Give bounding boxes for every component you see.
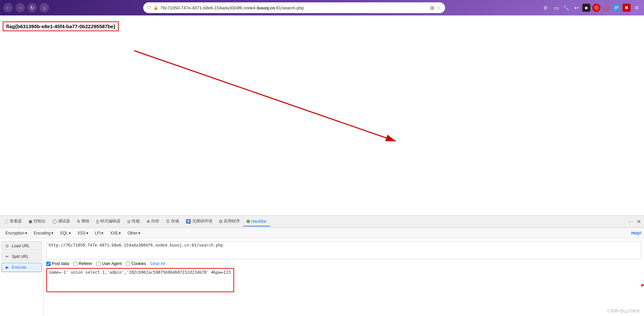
tab-console[interactable]: ▣ 控制台: [25, 216, 49, 227]
devtools-panel: ⬚ 查看器 ▣ 控制台 ◯ 调试器 ⇅ 网络 {} 样式编辑器 ◎ 性能 ⊕ 内…: [0, 215, 644, 316]
avatar-icon[interactable]: ●: [582, 4, 590, 12]
tab-icon[interactable]: ▭: [552, 4, 560, 12]
ext2-icon[interactable]: 🚫: [602, 4, 610, 12]
devtools-close-button[interactable]: ✕: [635, 218, 643, 226]
network-icon: ⇅: [77, 219, 80, 224]
tab-debugger[interactable]: ◯ 调试器: [49, 216, 73, 227]
cookies-checkbox-group[interactable]: Cookies: [126, 261, 146, 266]
encryption-chevron-icon: ▾: [25, 231, 27, 235]
browser-chrome: ← → ↻ ⌂ 🛡 🔒 76c71050-747e-4071-b8e6-154a…: [0, 0, 644, 15]
flag-text: flag{b631390b-e8e1-45f4-ba77-0b22295587b…: [6, 23, 115, 29]
hackbar-active-dot: [247, 220, 250, 223]
execute-icon: ▶: [4, 265, 10, 270]
execute-button[interactable]: ▶ Execute: [1, 263, 42, 272]
tab-application[interactable]: ⊞ 应用程序: [216, 216, 243, 227]
tab-inspector[interactable]: ⬚ 查看器: [1, 216, 25, 227]
lfi-menu[interactable]: LFI ▾: [92, 230, 106, 236]
tab-style-editor[interactable]: {} 样式编辑器: [93, 216, 124, 227]
svg-line-1: [134, 51, 396, 141]
xss-chevron-icon: ▾: [86, 231, 88, 235]
ext4-icon[interactable]: ✖: [623, 4, 631, 12]
memory-icon: ⊕: [147, 219, 150, 224]
encryption-menu[interactable]: Encryption ▾: [3, 230, 30, 236]
other-chevron-icon: ▾: [138, 231, 140, 235]
style-icon: {}: [96, 219, 99, 224]
devtools-more-button[interactable]: ···: [627, 218, 635, 226]
post-data-checkbox-group[interactable]: Post data: [46, 261, 69, 266]
referer-checkbox[interactable]: [73, 262, 77, 266]
address-domain: buuoj.cn: [257, 5, 275, 10]
lock-icon: 🔒: [153, 5, 158, 10]
reload-button[interactable]: ↻: [28, 3, 37, 12]
console-icon: ▣: [29, 219, 32, 224]
postdata-arrow: [641, 275, 644, 295]
forward-button[interactable]: →: [15, 3, 25, 12]
postdata-container: name=-1' union select 1,'admin','202cb96…: [46, 268, 641, 293]
xxe-chevron-icon: ▾: [119, 231, 121, 235]
tab-network[interactable]: ⇅ 网络: [73, 216, 93, 227]
annotation-arrow: [0, 15, 644, 215]
user-agent-checkbox[interactable]: [96, 262, 101, 266]
ext1-icon[interactable]: 🔴: [592, 4, 600, 12]
split-url-button[interactable]: ✂ Split URL: [1, 252, 42, 261]
sql-menu[interactable]: SQL ▾: [57, 230, 73, 236]
sql-chevron-icon: ▾: [69, 231, 71, 235]
url-input[interactable]: http://76c71050-747e-4071-b8e6-154ada300…: [46, 241, 641, 259]
postdata-input[interactable]: name=-1' union select 1,'admin','202cb96…: [46, 268, 234, 292]
devtools-icon[interactable]: 🔧: [562, 4, 570, 12]
application-icon: ⊞: [219, 219, 222, 224]
ext3-icon[interactable]: IP: [612, 4, 621, 12]
hackbar-menubar: Encryption ▾ Encoding ▾ SQL ▾ XSS ▾ LFI …: [0, 228, 644, 239]
extensions-icon[interactable]: ⊪: [542, 4, 550, 12]
split-url-icon: ✂: [4, 254, 10, 259]
encoding-chevron-icon: ▾: [51, 231, 53, 235]
hackbar-body: ⊙ Load URL ✂ Split URL ▶ Execute http://…: [0, 239, 644, 316]
xss-menu[interactable]: XSS ▾: [75, 230, 91, 236]
shield-icon: 🛡: [147, 5, 151, 10]
menu-icon[interactable]: ≡: [633, 4, 641, 12]
home-button[interactable]: ⌂: [40, 3, 49, 12]
undo-icon[interactable]: ↩: [572, 4, 580, 12]
address-url: 76c71050-747e-4071-b8e6-154ada3004f6.nod…: [160, 5, 428, 10]
browser-actions: ⊪ ▭ 🔧 ↩ ● 🔴 🚫 IP ✖ ≡: [542, 4, 641, 12]
user-agent-checkbox-group[interactable]: User Agent: [96, 261, 122, 266]
flag-box: flag{b631390b-e8e1-45f4-ba77-0b22295587b…: [3, 21, 119, 31]
hackbar-main: http://76c71050-747e-4071-b8e6-154ada300…: [44, 239, 644, 316]
tab-storage[interactable]: ☰ 存储: [163, 216, 182, 227]
lfi-chevron-icon: ▾: [101, 231, 103, 235]
post-data-checkbox[interactable]: [46, 262, 51, 266]
inspector-icon: ⬚: [5, 219, 8, 224]
tab-memory[interactable]: ⊕ 内存: [143, 216, 163, 227]
clear-all-button[interactable]: Clear All: [150, 261, 165, 266]
debugger-icon: ◯: [52, 219, 57, 224]
csdn-watermark: CSDN @山川绿水: [607, 308, 640, 314]
qr-icon[interactable]: ⊞: [430, 5, 434, 11]
load-url-button[interactable]: ⊙ Load URL: [1, 241, 42, 251]
tab-accessibility[interactable]: ♿ 无障碍环境: [182, 216, 216, 227]
tab-performance[interactable]: ◎ 性能: [124, 216, 143, 227]
performance-icon: ◎: [127, 219, 130, 224]
back-button[interactable]: ←: [3, 3, 13, 12]
hackbar-options-row: Post data Referer User Agent Cookies C: [46, 261, 641, 266]
referer-checkbox-group[interactable]: Referer: [73, 261, 92, 266]
hackbar-content: Encryption ▾ Encoding ▾ SQL ▾ XSS ▾ LFI …: [0, 228, 644, 316]
address-bar[interactable]: 🛡 🔒 76c71050-747e-4071-b8e6-154ada3004f6…: [143, 2, 445, 13]
page-content: flag{b631390b-e8e1-45f4-ba77-0b22295587b…: [0, 15, 644, 215]
star-icon[interactable]: ☆: [436, 5, 441, 11]
hackbar-help-link[interactable]: Help!: [631, 231, 641, 235]
cookies-checkbox[interactable]: [126, 262, 130, 266]
storage-icon: ☰: [166, 219, 170, 224]
accessibility-icon: ♿: [186, 219, 191, 224]
other-menu[interactable]: Other ▾: [125, 230, 143, 236]
devtools-tabs-bar: ⬚ 查看器 ▣ 控制台 ◯ 调试器 ⇅ 网络 {} 样式编辑器 ◎ 性能 ⊕ 内…: [0, 216, 644, 228]
encoding-menu[interactable]: Encoding ▾: [31, 230, 56, 236]
hackbar-sidebar: ⊙ Load URL ✂ Split URL ▶ Execute: [0, 239, 44, 316]
tab-hackbar[interactable]: HackBar: [243, 217, 270, 226]
xxe-menu[interactable]: XXE ▾: [107, 230, 123, 236]
load-url-icon: ⊙: [4, 243, 10, 249]
